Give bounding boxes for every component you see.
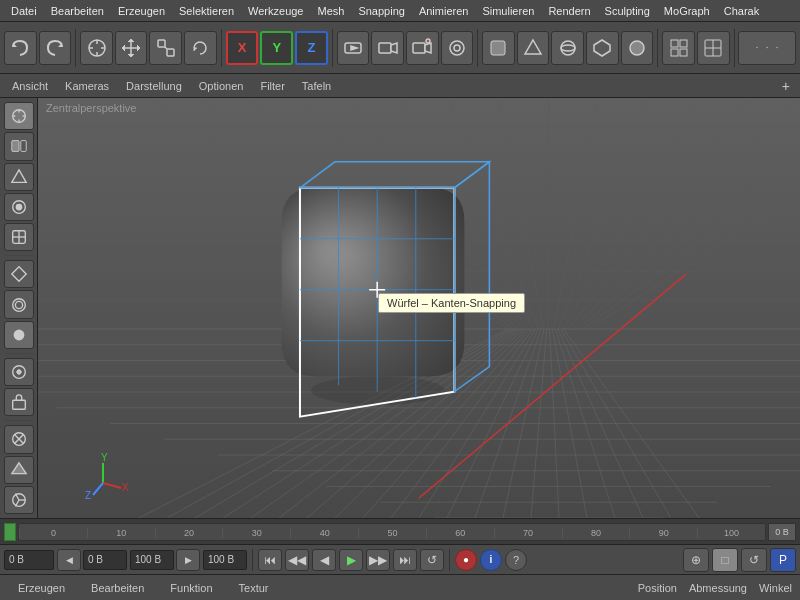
timeline-marker[interactable] bbox=[4, 523, 16, 541]
frame-input[interactable] bbox=[4, 550, 54, 570]
left-btn-mode1[interactable] bbox=[4, 102, 34, 130]
transport-prev-btn[interactable]: ◀ bbox=[57, 549, 81, 571]
back-btn[interactable]: ◀ bbox=[312, 549, 336, 571]
left-separator3 bbox=[5, 420, 33, 421]
transport-field2-input[interactable] bbox=[83, 550, 127, 570]
transport-icon4-btn[interactable]: P bbox=[770, 548, 796, 572]
menu-erzeugen[interactable]: Erzeugen bbox=[111, 3, 172, 19]
transport-field4-input[interactable] bbox=[203, 550, 247, 570]
view-optionen-btn[interactable]: Optionen bbox=[191, 78, 252, 94]
menu-selektieren[interactable]: Selektieren bbox=[172, 3, 241, 19]
view-plus-btn[interactable]: + bbox=[776, 76, 796, 96]
menu-simulieren[interactable]: Simulieren bbox=[475, 3, 541, 19]
svg-rect-28 bbox=[680, 49, 687, 56]
menu-datei[interactable]: Datei bbox=[4, 3, 44, 19]
obj-tool1-button[interactable] bbox=[482, 31, 515, 65]
status-bar: Erzeugen Bearbeiten Funktion Textur Posi… bbox=[0, 574, 800, 600]
transport-icon1-btn[interactable]: ⊕ bbox=[683, 548, 709, 572]
select-tool-button[interactable] bbox=[80, 31, 113, 65]
svg-rect-37 bbox=[11, 141, 18, 152]
separator6 bbox=[734, 29, 735, 67]
camera-tool4-button[interactable] bbox=[441, 31, 474, 65]
left-btn-mode4[interactable] bbox=[4, 193, 34, 221]
obj-tool3-button[interactable] bbox=[551, 31, 584, 65]
grid-tool1-button[interactable] bbox=[662, 31, 695, 65]
camera-tool3-button[interactable] bbox=[406, 31, 439, 65]
left-separator1 bbox=[5, 255, 33, 256]
menu-charak[interactable]: Charak bbox=[717, 3, 766, 19]
transport-field3-input[interactable] bbox=[130, 550, 174, 570]
play-btn[interactable]: ▶ bbox=[339, 549, 363, 571]
status-erzeugen-btn[interactable]: Erzeugen bbox=[8, 580, 75, 596]
view-ansicht-btn[interactable]: Ansicht bbox=[4, 78, 56, 94]
left-separator2 bbox=[5, 353, 33, 354]
viewport-canvas bbox=[38, 98, 800, 518]
menu-mograph[interactable]: MoGraph bbox=[657, 3, 717, 19]
transport-next-btn[interactable]: ▶ bbox=[176, 549, 200, 571]
tick-0: 0 bbox=[19, 528, 87, 538]
menu-animieren[interactable]: Animieren bbox=[412, 3, 476, 19]
transport-field2-group: ◀ bbox=[57, 549, 127, 571]
move-tool-button[interactable] bbox=[115, 31, 148, 65]
menu-sculpting[interactable]: Sculpting bbox=[598, 3, 657, 19]
left-btn-mode3[interactable] bbox=[4, 163, 34, 191]
main-area: Zentralperspektive Würfel – Kanten-Snapp… bbox=[0, 98, 800, 518]
redo-button[interactable] bbox=[39, 31, 72, 65]
status-textur-btn[interactable]: Textur bbox=[229, 580, 279, 596]
undo-button[interactable] bbox=[4, 31, 37, 65]
left-btn-mode11[interactable] bbox=[4, 425, 34, 453]
rotate-tool-button[interactable] bbox=[184, 31, 217, 65]
skip-start-btn[interactable]: ⏮ bbox=[258, 549, 282, 571]
axis-z-button[interactable]: Z bbox=[295, 31, 328, 65]
status-funktion-btn[interactable]: Funktion bbox=[160, 580, 222, 596]
left-btn-mode12[interactable] bbox=[4, 456, 34, 484]
viewport[interactable]: Zentralperspektive Würfel – Kanten-Snapp… bbox=[38, 98, 800, 518]
view-darstellung-btn[interactable]: Darstellung bbox=[118, 78, 190, 94]
fwd-btn[interactable]: ▶▶ bbox=[366, 549, 390, 571]
view-kameras-btn[interactable]: Kameras bbox=[57, 78, 117, 94]
svg-marker-20 bbox=[525, 40, 541, 54]
view-tafeln-btn[interactable]: Tafeln bbox=[294, 78, 339, 94]
skip-end-btn[interactable]: ⏭ bbox=[393, 549, 417, 571]
record-btn[interactable]: ● bbox=[455, 549, 477, 571]
extra-tool-button[interactable]: ・・・ bbox=[738, 31, 796, 65]
camera-tool2-button[interactable] bbox=[371, 31, 404, 65]
tick-60: 60 bbox=[426, 528, 494, 538]
prev-frame-btn[interactable]: ◀◀ bbox=[285, 549, 309, 571]
scale-tool-button[interactable] bbox=[149, 31, 182, 65]
menu-rendern[interactable]: Rendern bbox=[541, 3, 597, 19]
left-btn-mode7[interactable] bbox=[4, 290, 34, 318]
menu-bearbeiten[interactable]: Bearbeiten bbox=[44, 3, 111, 19]
left-toolbar bbox=[0, 98, 38, 518]
obj-tool5-button[interactable] bbox=[621, 31, 654, 65]
timeline-ruler[interactable]: 0 10 20 30 40 50 60 70 80 90 100 bbox=[18, 523, 766, 541]
axis-y-button[interactable]: Y bbox=[260, 31, 293, 65]
status-bearbeiten-btn[interactable]: Bearbeiten bbox=[81, 580, 154, 596]
obj-tool2-button[interactable] bbox=[517, 31, 550, 65]
left-btn-mode10[interactable] bbox=[4, 388, 34, 416]
axis-x-button[interactable]: X bbox=[226, 31, 259, 65]
loop-btn[interactable]: ↺ bbox=[420, 549, 444, 571]
transport-icon2-btn[interactable]: □ bbox=[712, 548, 738, 572]
left-btn-mode8[interactable] bbox=[4, 321, 34, 349]
info-btn[interactable]: i bbox=[480, 549, 502, 571]
obj-tool4-button[interactable] bbox=[586, 31, 619, 65]
left-btn-mode9[interactable] bbox=[4, 358, 34, 386]
left-btn-mode5[interactable] bbox=[4, 223, 34, 251]
svg-marker-23 bbox=[594, 40, 610, 56]
menu-snapping[interactable]: Snapping bbox=[351, 3, 412, 19]
timeline-bar: 0 10 20 30 40 50 60 70 80 90 100 0 B bbox=[0, 518, 800, 544]
tick-100: 100 bbox=[697, 528, 765, 538]
tick-80: 80 bbox=[562, 528, 630, 538]
left-btn-mode6[interactable] bbox=[4, 260, 34, 288]
left-btn-mode2[interactable] bbox=[4, 132, 34, 160]
view-filter-btn[interactable]: Filter bbox=[252, 78, 292, 94]
tick-10: 10 bbox=[87, 528, 155, 538]
help-btn[interactable]: ? bbox=[505, 549, 527, 571]
menu-werkzeuge[interactable]: Werkzeuge bbox=[241, 3, 310, 19]
transport-icon3-btn[interactable]: ↺ bbox=[741, 548, 767, 572]
camera-tool1-button[interactable] bbox=[337, 31, 370, 65]
left-btn-mode13[interactable] bbox=[4, 486, 34, 514]
menu-mesh[interactable]: Mesh bbox=[310, 3, 351, 19]
grid-tool2-button[interactable] bbox=[697, 31, 730, 65]
